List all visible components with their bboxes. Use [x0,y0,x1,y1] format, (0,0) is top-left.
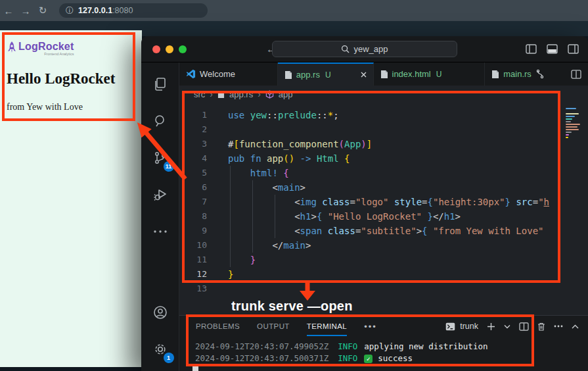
search-icon [341,45,350,53]
browser-reload-icon[interactable]: ↻ [34,5,51,16]
toggle-panel-icon[interactable] [547,44,558,54]
site-info-icon[interactable]: ⓘ [66,5,74,16]
terminal-cursor [192,366,198,371]
close-tab-icon[interactable] [361,72,367,78]
browser-forward-icon[interactable]: → [17,5,34,16]
modified-badge: U [325,70,331,80]
settings-badge: 1 [164,353,174,363]
annotation-box-terminal [186,314,534,366]
browser-back-icon[interactable]: ← [0,5,17,16]
vscode-logo-icon [186,69,196,79]
command-center-search[interactable]: yew_app [272,41,457,57]
annotation-box-editor [182,91,560,283]
annotation-box-browser [2,32,135,121]
file-icon [380,70,388,79]
accounts-icon[interactable] [145,297,175,328]
activity-bar: 11 1 [141,62,179,371]
address-bar[interactable]: ⓘ 127.0.0.1 :8080 [59,3,208,18]
minimap[interactable] [566,108,581,139]
url-port: :8080 [112,6,133,15]
url-host: 127.0.0.1 [78,6,112,15]
line-number: 13 [179,282,216,296]
minimize-window-button[interactable] [166,45,173,53]
sync-changes-icon[interactable] [535,69,545,79]
explorer-icon[interactable] [145,69,175,99]
toggle-sidebar-icon[interactable] [526,44,537,54]
screen: ← → ↻ ⓘ 127.0.0.1 :8080 LogRocket Fronte… [0,0,588,371]
code-line[interactable]: 13 [179,282,588,296]
modified-badge: U [436,70,442,79]
split-editor-icon[interactable] [571,70,581,79]
tab-app-rs[interactable]: app.rs U [278,62,374,86]
editor-tabbar: Welcome app.rs U index.html U [179,62,588,86]
workspace-name: yew_app [353,44,388,54]
file-icon [284,70,292,80]
zoom-window-button[interactable] [179,45,187,53]
window-controls [152,45,187,53]
annotation-command-label: trunk serve —open [231,299,353,314]
tab-welcome[interactable]: Welcome [179,62,278,86]
toggle-secondary-sidebar-icon[interactable] [568,44,579,54]
kill-terminal-icon[interactable] [537,322,545,331]
browser-toolbar: ← → ↻ ⓘ 127.0.0.1 :8080 [0,0,588,21]
close-window-button[interactable] [152,45,160,53]
vscode-titlebar[interactable]: ← → yew_app [141,36,588,62]
panel-more-actions-icon[interactable] [554,325,563,328]
tab-main-rs[interactable]: main.rs [485,62,571,86]
more-views-icon[interactable] [145,216,175,247]
maximize-panel-icon[interactable] [572,324,579,329]
tab-index-html[interactable]: index.html U [374,62,486,86]
settings-gear-icon[interactable]: 1 [145,334,175,364]
annotation-arrow-to-browser [125,112,194,184]
file-icon [491,70,499,79]
